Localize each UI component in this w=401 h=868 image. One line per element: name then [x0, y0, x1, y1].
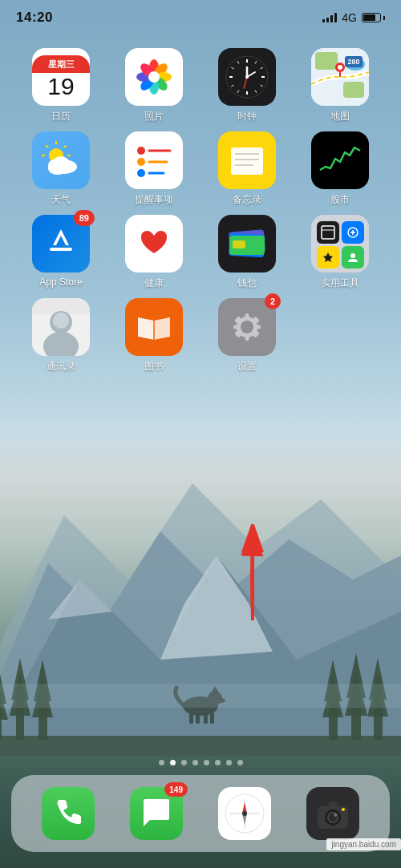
page-dot-6 [215, 760, 221, 765]
app-photos[interactable]: 照片 [114, 48, 194, 123]
svg-point-127 [242, 322, 252, 332]
app-settings-label: 设置 [237, 360, 257, 373]
svg-point-60 [245, 75, 249, 79]
svg-text:280: 280 [347, 58, 359, 66]
svg-point-136 [242, 811, 247, 816]
app-row-4: 通讯录 图书 [14, 298, 387, 373]
app-row-1: 星期三 19 日历 [14, 48, 387, 123]
svg-rect-63 [343, 82, 364, 98]
svg-point-143 [342, 808, 345, 811]
svg-point-113 [53, 313, 69, 329]
svg-point-81 [53, 156, 69, 169]
app-books[interactable]: 图书 [114, 298, 194, 373]
page-dot-1 [159, 760, 164, 765]
svg-rect-90 [231, 147, 263, 175]
app-contacts-label: 通讯录 [47, 360, 75, 373]
page-dot-4 [192, 760, 198, 765]
svg-point-87 [137, 169, 145, 177]
app-weather[interactable]: 天气 [21, 131, 101, 207]
app-reminders-label: 提醒事项 [135, 193, 173, 207]
settings-badge: 2 [265, 293, 281, 309]
status-icons: 4G [322, 11, 385, 24]
page-dot-2 [170, 760, 176, 765]
app-calendar-label: 日历 [51, 110, 71, 123]
svg-rect-101 [233, 240, 245, 248]
svg-marker-107 [323, 252, 333, 262]
page-dot-3 [181, 760, 187, 765]
app-maps[interactable]: 280 地图 [300, 48, 380, 123]
app-weather-label: 天气 [51, 193, 71, 207]
app-health[interactable]: 健康 [114, 215, 194, 290]
messages-badge: 149 [164, 782, 188, 797]
svg-point-68 [338, 65, 342, 70]
page-dot-7 [226, 760, 232, 765]
app-clock-label: 时钟 [237, 110, 257, 123]
app-appstore[interactable]: 89 App Store [21, 215, 101, 290]
dock-phone[interactable] [42, 787, 95, 840]
svg-rect-121 [233, 325, 240, 329]
appstore-badge: 89 [74, 210, 95, 226]
app-wallet-label: 钱包 [237, 277, 257, 290]
app-calendar[interactable]: 星期三 19 日历 [21, 48, 101, 123]
app-row-3: 89 App Store 健康 [14, 215, 387, 290]
status-time: 14:20 [16, 10, 53, 26]
svg-point-83 [137, 147, 145, 155]
svg-line-76 [64, 145, 67, 147]
app-wallet[interactable]: 钱包 [207, 215, 287, 290]
svg-rect-29 [196, 713, 200, 724]
dock-camera[interactable] [306, 787, 359, 840]
svg-point-142 [334, 813, 337, 817]
network-type: 4G [342, 11, 357, 24]
app-health-label: 健康 [144, 277, 164, 290]
app-utilities-label: 实用工具 [321, 277, 359, 290]
dock-safari[interactable] [218, 787, 271, 840]
svg-rect-28 [189, 713, 193, 724]
status-bar: 14:20 4G [0, 0, 401, 35]
app-appstore-label: App Store [39, 277, 82, 288]
arrow-annotation [229, 524, 277, 632]
app-photos-label: 照片 [144, 110, 164, 123]
svg-rect-122 [254, 325, 261, 329]
svg-rect-31 [210, 713, 214, 724]
watermark: jingyan.baidu.com [326, 838, 401, 850]
svg-rect-32 [0, 736, 401, 756]
app-maps-label: 地图 [330, 110, 350, 123]
svg-rect-120 [245, 334, 249, 341]
svg-point-85 [137, 158, 145, 166]
svg-line-75 [46, 145, 48, 147]
app-row-2: 天气 [14, 131, 387, 207]
app-notes[interactable]: 备忘录 [207, 131, 287, 207]
page-dot-8 [237, 760, 243, 765]
mountain-scene [0, 419, 401, 756]
svg-rect-119 [245, 313, 249, 320]
app-books-label: 图书 [144, 360, 164, 373]
svg-point-108 [350, 253, 355, 258]
svg-point-43 [148, 71, 160, 83]
app-clock[interactable]: 时钟 [207, 48, 287, 123]
app-settings[interactable]: 2 设置 [207, 298, 287, 373]
app-grid: 星期三 19 日历 [0, 48, 401, 382]
svg-rect-62 [315, 52, 338, 70]
app-stocks-label: 股市 [330, 193, 350, 207]
signal-icon [322, 13, 337, 22]
svg-rect-33 [0, 684, 401, 708]
svg-rect-30 [204, 713, 208, 724]
svg-rect-82 [130, 136, 178, 184]
page-dot-5 [204, 760, 209, 765]
watermark-text: jingyan.baidu.com [331, 840, 396, 849]
app-utilities[interactable]: 实用工具 [300, 215, 380, 290]
svg-rect-102 [322, 226, 334, 239]
app-reminders[interactable]: 提醒事项 [114, 131, 194, 207]
app-contacts[interactable]: 通讯录 [21, 298, 101, 373]
app-empty-slot [300, 298, 380, 373]
dock-messages[interactable]: 149 [130, 787, 183, 840]
app-notes-label: 备忘录 [233, 193, 261, 207]
app-stocks[interactable]: 股市 [300, 131, 380, 207]
battery-icon [362, 13, 385, 22]
page-indicator [0, 760, 401, 765]
